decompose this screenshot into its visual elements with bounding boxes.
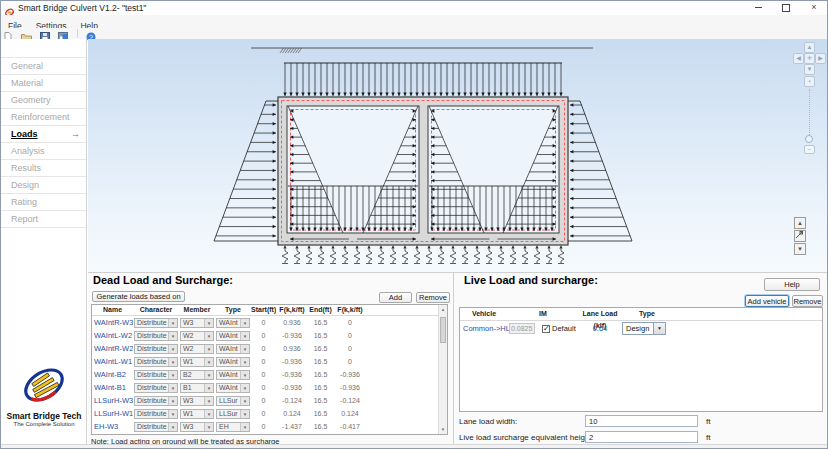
sidebar-item-analysis[interactable]: Analysis — [1, 142, 86, 159]
member-dropdown[interactable]: W2▾ — [180, 344, 214, 354]
scrollbar-up-arrow-icon[interactable]: ▴ — [439, 305, 447, 314]
zoom-slider-track[interactable] — [809, 89, 810, 139]
member-dropdown[interactable]: B1▾ — [180, 383, 214, 393]
scrollbar-down-arrow-icon[interactable]: ▾ — [439, 425, 447, 434]
model-canvas[interactable]: ▲ ◀ ✛ ▶ ▼ • − ▲ ▼ — [88, 39, 828, 272]
sidebar-item-report[interactable]: Report — [1, 210, 86, 228]
live-load-table[interactable]: Vehicle IM Lane Load (klf) Type Common->… — [459, 307, 823, 412]
dead-load-row[interactable]: EH-W1Distribute▾W1▾EH▾ — [92, 433, 447, 435]
load-value[interactable]: 0.124 — [333, 410, 367, 417]
load-value[interactable]: 16.5 — [308, 410, 333, 417]
type-dropdown[interactable]: WAInt▾ — [216, 344, 250, 354]
sidebar-item-general[interactable]: General — [1, 57, 86, 74]
lane-load-value[interactable]: 0.64 — [578, 324, 622, 333]
surcharge-height-input[interactable] — [585, 431, 698, 443]
member-dropdown[interactable]: W2▾ — [180, 331, 214, 341]
minimize-button[interactable] — [745, 1, 771, 15]
load-name[interactable]: WAIntR-W3 — [92, 318, 133, 327]
sidebar-item-results[interactable]: Results — [1, 159, 86, 176]
im-field[interactable] — [509, 323, 535, 334]
lane-load-width-input[interactable] — [585, 415, 698, 427]
type-dropdown[interactable]: EH▾ — [216, 422, 250, 432]
load-value[interactable]: 0 — [251, 332, 276, 339]
character-dropdown[interactable]: Distribute▾ — [134, 409, 178, 419]
character-dropdown[interactable]: Distribute▾ — [134, 357, 178, 367]
scrollbar-thumb[interactable] — [440, 317, 446, 343]
zoom-slider-thumb[interactable] — [805, 135, 813, 143]
type-dropdown[interactable]: WAInt▾ — [216, 383, 250, 393]
new-file-icon[interactable] — [3, 28, 14, 38]
load-value[interactable]: 16.5 — [308, 371, 333, 378]
pan-up-button[interactable]: ▲ — [804, 42, 815, 53]
load-value[interactable]: 0.936 — [276, 319, 308, 326]
load-value[interactable]: 16.5 — [308, 397, 333, 404]
load-value[interactable]: 16.5 — [308, 423, 333, 430]
load-name[interactable]: WAInt-B1 — [92, 383, 133, 392]
load-value[interactable]: 0 — [333, 345, 367, 352]
load-value[interactable]: -0.936 — [333, 384, 367, 391]
load-value[interactable]: 0 — [251, 358, 276, 365]
load-name[interactable]: LLSurH-W1 — [92, 409, 133, 418]
load-name[interactable]: WAInt-B2 — [92, 370, 133, 379]
load-name[interactable]: LLSurH-W3 — [92, 396, 133, 405]
pan-center-button[interactable]: ✛ — [804, 53, 815, 64]
dead-load-row[interactable]: WAIntR-W2Distribute▾W2▾WAInt▾00.93616.50 — [92, 342, 447, 355]
fit-view-button[interactable] — [794, 230, 806, 242]
zoom-out-button[interactable]: − — [804, 145, 815, 154]
scroll-down-button[interactable]: ▼ — [794, 243, 806, 255]
default-checkbox[interactable]: ✓ — [542, 325, 550, 333]
dead-remove-button[interactable]: Remove — [416, 292, 450, 303]
live-help-button[interactable]: Help — [764, 278, 820, 291]
open-folder-icon[interactable] — [21, 28, 32, 38]
dead-load-row[interactable]: WAInt-B1Distribute▾B1▾WAInt▾0-0.93616.5-… — [92, 381, 447, 394]
load-value[interactable]: -0.124 — [276, 397, 308, 404]
character-dropdown[interactable]: Distribute▾ — [134, 318, 178, 328]
sidebar-item-material[interactable]: Material — [1, 74, 86, 91]
load-value[interactable]: 16.5 — [308, 319, 333, 326]
sidebar-item-reinforcement[interactable]: Reinforcement — [1, 108, 86, 125]
member-dropdown[interactable]: W1▾ — [180, 409, 214, 419]
character-dropdown[interactable]: Distribute▾ — [134, 383, 178, 393]
load-value[interactable]: -1.437 — [276, 423, 308, 430]
dead-load-row[interactable]: EH-W3Distribute▾W3▾EH▾0-1.43716.5-0.417 — [92, 420, 447, 433]
dead-add-button[interactable]: Add — [379, 292, 412, 303]
character-dropdown[interactable]: Distribute▾ — [134, 344, 178, 354]
sidebar-item-loads[interactable]: Loads→ — [1, 125, 86, 142]
member-dropdown[interactable]: W3▾ — [180, 422, 214, 432]
load-value[interactable]: 16.5 — [308, 384, 333, 391]
load-value[interactable]: -0.936 — [276, 384, 308, 391]
load-value[interactable]: -0.936 — [276, 358, 308, 365]
character-dropdown[interactable]: Distribute▾ — [134, 422, 178, 432]
member-dropdown[interactable]: W1▾ — [180, 357, 214, 367]
generate-loads-button[interactable]: Generate loads based on geometry — [92, 291, 185, 302]
load-value[interactable]: 0 — [251, 371, 276, 378]
member-dropdown[interactable]: B2▾ — [180, 370, 214, 380]
load-value[interactable]: 0 — [333, 332, 367, 339]
load-name[interactable]: WAIntL-W2 — [92, 331, 133, 340]
type-dropdown[interactable]: LLSur▾ — [216, 396, 250, 406]
vehicle-name[interactable]: Common->HL — [460, 324, 508, 333]
dead-load-row[interactable]: WAIntR-W3Distribute▾W3▾WAInt▾00.93616.50 — [92, 316, 447, 329]
scroll-up-button[interactable]: ▲ — [794, 217, 806, 229]
load-value[interactable]: 0 — [251, 423, 276, 430]
load-value[interactable]: 0 — [251, 410, 276, 417]
load-name[interactable]: EH-W3 — [92, 422, 133, 431]
dead-table-scrollbar[interactable]: ▴ ▾ — [438, 305, 447, 434]
pan-down-button[interactable]: ▼ — [804, 64, 815, 75]
load-value[interactable]: 16.5 — [308, 358, 333, 365]
load-value[interactable]: 0 — [251, 384, 276, 391]
help-icon[interactable]: ? — [86, 28, 97, 38]
load-value[interactable]: 0 — [251, 319, 276, 326]
load-value[interactable]: 16.5 — [308, 345, 333, 352]
type-dropdown[interactable]: WAInt▾ — [216, 318, 250, 328]
character-dropdown[interactable]: Distribute▾ — [134, 370, 178, 380]
type-dropdown[interactable]: WAInt▾ — [216, 331, 250, 341]
add-vehicle-button[interactable]: Add vehicle — [745, 295, 789, 307]
member-dropdown[interactable]: W3▾ — [180, 396, 214, 406]
load-value[interactable]: 0 — [251, 397, 276, 404]
load-value[interactable]: -0.124 — [333, 397, 367, 404]
type-dropdown[interactable]: LLSur▾ — [216, 409, 250, 419]
member-dropdown[interactable]: W3▾ — [180, 318, 214, 328]
pan-right-button[interactable]: ▶ — [815, 53, 826, 64]
dead-load-row[interactable]: LLSurH-W3Distribute▾W3▾LLSur▾0-0.12416.5… — [92, 394, 447, 407]
